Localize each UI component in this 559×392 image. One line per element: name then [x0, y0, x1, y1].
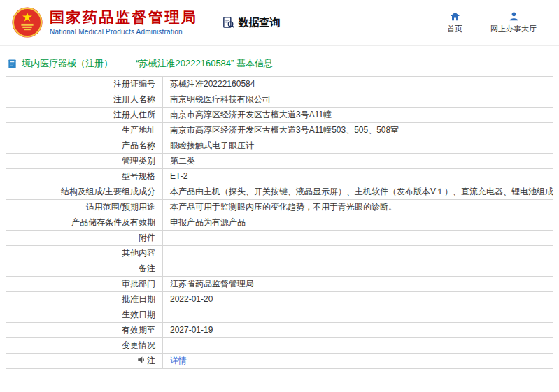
- row-value: 南京市高淳区经济开发区古檀大道3号A11幢: [163, 108, 553, 123]
- table-row: 适用范围/预期用途 本产品可用于监测眼内压的变化趋势，不用于青光眼的诊断。: [6, 200, 553, 215]
- table-row: 审批部门 江苏省药品监督管理局: [6, 277, 553, 292]
- note-icon: [137, 356, 146, 364]
- org-name-cn: 国家药品监督管理局: [50, 9, 198, 26]
- row-value: 本产品可用于监测眼内压的变化趋势，不用于青光眼的诊断。: [163, 200, 553, 215]
- row-value: 江苏省药品监督管理局: [163, 277, 553, 292]
- nav-home[interactable]: 首页: [447, 11, 462, 34]
- row-label: 有效期至: [6, 323, 163, 338]
- nav-data-query[interactable]: 数据查询: [222, 16, 281, 29]
- row-value: 南京市高淳区经济开发区古檀大道3号A11幢503、505、508室: [163, 123, 553, 138]
- home-label: 首页: [447, 24, 462, 34]
- row-label: 注册人名称: [6, 92, 163, 108]
- service-hall-label: 网上办事大厅: [490, 24, 537, 34]
- table-row: 管理类别 第二类: [6, 154, 553, 169]
- note-row-label: 注: [6, 354, 163, 369]
- main-content: 境内医疗器械（注册） —— “苏械注准20222160584” 基本信息 注册证…: [0, 46, 559, 369]
- row-value: 详情: [163, 354, 553, 369]
- row-value: [163, 307, 553, 323]
- top-links: 首页 网上办事大厅: [447, 11, 551, 34]
- table-row: 生产地址 南京市高淳区经济开发区古檀大道3号A11幢503、505、508室: [6, 123, 553, 138]
- table-row: 注册人名称 南京明锐医疗科技有限公司: [6, 92, 553, 108]
- row-label: 适用范围/预期用途: [6, 200, 163, 215]
- row-value: [163, 246, 553, 261]
- row-label: 型号规格: [6, 169, 163, 184]
- row-value: [163, 338, 553, 354]
- table-row: 批准日期 2022-01-20: [6, 292, 553, 307]
- row-label: 管理类别: [6, 154, 163, 169]
- brand: 国家药品监督管理局 National Medical Products Admi…: [11, 6, 198, 38]
- row-value: [163, 261, 553, 277]
- registration-info-table: 注册证编号 苏械注准20222160584 注册人名称 南京明锐医疗科技有限公司…: [6, 76, 553, 369]
- row-label: 备注: [6, 261, 163, 277]
- national-emblem-logo: [11, 6, 43, 38]
- row-label: 注册证编号: [6, 77, 163, 92]
- row-label: 注: [147, 356, 155, 365]
- table-row: 有效期至 2027-01-19: [6, 323, 553, 338]
- row-value: [163, 231, 553, 246]
- table-row: 注册人住所 南京市高淳区经济开发区古檀大道3号A11幢: [6, 108, 553, 123]
- row-value: 苏械注准20222160584: [163, 77, 553, 92]
- table-row: 注册证编号 苏械注准20222160584: [6, 77, 553, 92]
- row-label: 注册人住所: [6, 108, 163, 123]
- row-label: 审批部门: [6, 277, 163, 292]
- nav-service-hall[interactable]: 网上办事大厅: [490, 11, 537, 34]
- row-value: 南京明锐医疗科技有限公司: [163, 92, 553, 108]
- page-title: 境内医疗器械（注册） —— “苏械注准20222160584” 基本信息: [22, 57, 273, 70]
- row-label: 生效日期: [6, 307, 163, 323]
- brand-text: 国家药品监督管理局 National Medical Products Admi…: [50, 9, 198, 35]
- document-icon: [7, 59, 17, 69]
- row-label: 批准日期: [6, 292, 163, 307]
- page-title-bar: 境内医疗器械（注册） —— “苏械注准20222160584” 基本信息: [7, 57, 553, 70]
- data-query-icon: [222, 16, 235, 29]
- table-row: 注 详情: [6, 354, 553, 369]
- row-label: 生产地址: [6, 123, 163, 138]
- table-row: 备注: [6, 261, 553, 277]
- table-row: 变更情况: [6, 338, 553, 354]
- row-value: 2027-01-19: [163, 323, 553, 338]
- row-label: 附件: [6, 231, 163, 246]
- row-value: 2022-01-20: [163, 292, 553, 307]
- detail-link[interactable]: 详情: [170, 356, 187, 365]
- table-row: 附件: [6, 231, 553, 246]
- row-value: ET-2: [163, 169, 553, 184]
- table-row: 其他内容: [6, 246, 553, 261]
- table-row: 型号规格 ET-2: [6, 169, 553, 184]
- row-label: 结构及组成/主要组成成分: [6, 184, 163, 200]
- data-query-label: 数据查询: [239, 16, 281, 29]
- row-value: 申报产品为有源产品: [163, 215, 553, 231]
- home-icon: [450, 11, 460, 22]
- row-value: 第二类: [163, 154, 553, 169]
- org-name-en: National Medical Products Administration: [50, 28, 198, 36]
- user-icon: [509, 11, 519, 22]
- table-row: 结构及组成/主要组成成分 本产品由主机（探头、开关按键、液晶显示屏）、主机软件（…: [6, 184, 553, 200]
- row-label: 其他内容: [6, 246, 163, 261]
- row-label: 产品名称: [6, 138, 163, 154]
- table-row: 产品储存条件及有效期 申报产品为有源产品: [6, 215, 553, 231]
- row-label: 产品储存条件及有效期: [6, 215, 163, 231]
- table-row: 生效日期: [6, 307, 553, 323]
- top-header: 国家药品监督管理局 National Medical Products Admi…: [0, 0, 559, 45]
- row-label: 变更情况: [6, 338, 163, 354]
- row-value: 眼睑接触式电子眼压计: [163, 138, 553, 154]
- table-row: 产品名称 眼睑接触式电子眼压计: [6, 138, 553, 154]
- row-value: 本产品由主机（探头、开关按键、液晶显示屏）、主机软件（发布版本V１）、直流充电器…: [163, 184, 553, 200]
